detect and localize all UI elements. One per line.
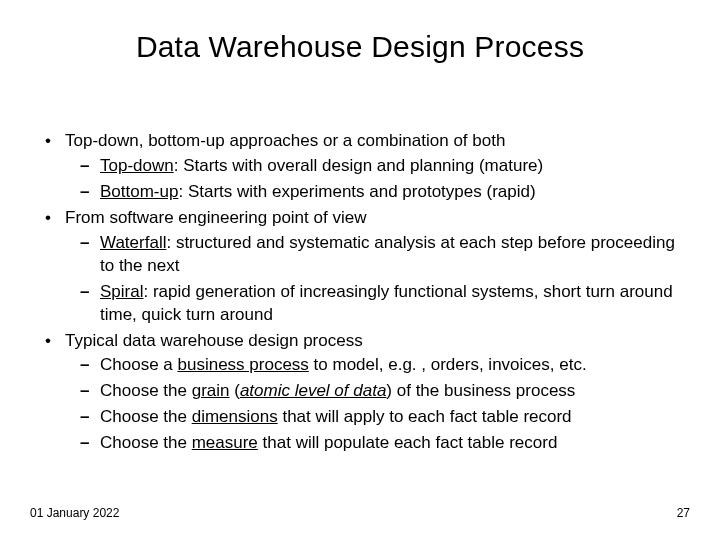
bullet-text: to model, e.g. , orders, invoices, etc.: [309, 355, 587, 374]
term: Bottom-up: [100, 182, 178, 201]
subbullet-choose-grain: Choose the grain (atomic level of data) …: [65, 380, 685, 403]
slide-title: Data Warehouse Design Process: [0, 30, 720, 64]
bullet-text: that will populate each fact table recor…: [258, 433, 558, 452]
bullet-text: : structured and systematic analysis at …: [100, 233, 675, 275]
footer-date: 01 January 2022: [30, 506, 119, 520]
term: Waterfall: [100, 233, 166, 252]
bullet-text: Typical data warehouse design process: [65, 331, 363, 350]
term: Top-down: [100, 156, 174, 175]
bullet-approaches: Top-down, bottom-up approaches or a comb…: [35, 130, 685, 204]
bullet-typical-process: Typical data warehouse design process Ch…: [35, 330, 685, 456]
subbullet-choose-measure: Choose the measure that will populate ea…: [65, 432, 685, 455]
bullet-text: Top-down, bottom-up approaches or a comb…: [65, 131, 505, 150]
term: grain: [192, 381, 230, 400]
bullet-text: ) of the business process: [386, 381, 575, 400]
bullet-text: that will apply to each fact table recor…: [278, 407, 572, 426]
subbullet-topdown: Top-down: Starts with overall design and…: [65, 155, 685, 178]
subbullet-spiral: Spiral: rapid generation of increasingly…: [65, 281, 685, 327]
bullet-text: Choose a: [100, 355, 178, 374]
footer-page-number: 27: [677, 506, 690, 520]
subbullet-choose-dimensions: Choose the dimensions that will apply to…: [65, 406, 685, 429]
bullet-text: Choose the: [100, 433, 192, 452]
bullet-se-view: From software engineering point of view …: [35, 207, 685, 327]
term: measure: [192, 433, 258, 452]
bullet-text: : Starts with experiments and prototypes…: [178, 182, 535, 201]
subbullet-bottomup: Bottom-up: Starts with experiments and p…: [65, 181, 685, 204]
bullet-text: Choose the: [100, 381, 192, 400]
bullet-text: : Starts with overall design and plannin…: [174, 156, 543, 175]
subbullet-waterfall: Waterfall: structured and systematic ana…: [65, 232, 685, 278]
term: Spiral: [100, 282, 143, 301]
slide-body: Top-down, bottom-up approaches or a comb…: [35, 130, 685, 458]
bullet-text: Choose the: [100, 407, 192, 426]
subbullet-choose-process: Choose a business process to model, e.g.…: [65, 354, 685, 377]
slide: Data Warehouse Design Process Top-down, …: [0, 0, 720, 540]
term: dimensions: [192, 407, 278, 426]
bullet-text: From software engineering point of view: [65, 208, 366, 227]
bullet-text: (: [230, 381, 240, 400]
term: business process: [178, 355, 309, 374]
term: atomic level of data: [240, 381, 386, 400]
bullet-text: : rapid generation of increasingly funct…: [100, 282, 673, 324]
